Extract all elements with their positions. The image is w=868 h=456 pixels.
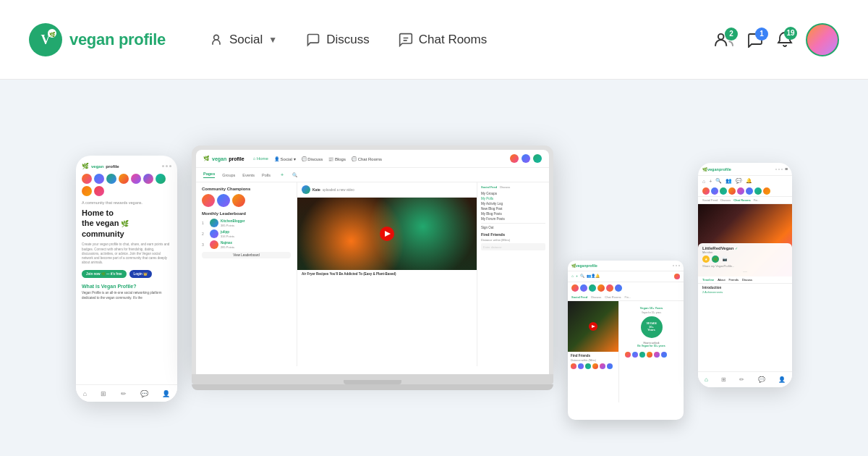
pr-av-3 xyxy=(720,187,727,195)
tablet-find-friends-title: Find Friends xyxy=(571,354,616,358)
pr-tab-social-feed[interactable]: Social Feed xyxy=(702,198,718,202)
pr-av-7 xyxy=(754,187,762,195)
pr-nav-home-icon[interactable]: ⌂ xyxy=(705,376,708,383)
laptop-menu-new-blog[interactable]: New Blog Post xyxy=(481,207,545,211)
phone-desc: Create your vegan profile to chat, share… xyxy=(82,242,171,265)
pr-bottom-tab-about[interactable]: About xyxy=(718,278,725,282)
tablet-tab-find-friends[interactable]: Fin... xyxy=(624,295,631,299)
laptop-nav-home[interactable]: ⌂ Home xyxy=(253,156,268,161)
laptop-menu-my-groups[interactable]: My Groups xyxy=(481,192,545,195)
laptop-tab-polls[interactable]: Polls xyxy=(262,173,271,177)
pr-tab-find[interactable]: Fin... xyxy=(754,198,760,202)
pr-search-icon[interactable]: 🔍 xyxy=(715,178,722,184)
laptop-nav-blogs[interactable]: 📰 Blogs xyxy=(328,156,346,161)
laptop-mini-avatar-3 xyxy=(533,154,542,163)
pr-nav-edit-icon[interactable]: ✏ xyxy=(739,376,744,383)
laptop-menu-my-polls[interactable]: My Polls xyxy=(481,197,545,200)
laptop-find-friends: Find Friends xyxy=(481,232,545,237)
phone-what-title: What is Vegan Profile? xyxy=(82,284,171,289)
phone-chat-icon[interactable]: 💬 xyxy=(140,390,148,397)
tablet-vegan-team-sub: Vegan for 10+ years xyxy=(642,311,661,314)
pr-messages-icon[interactable]: 💬 xyxy=(736,178,742,184)
tablet-screen: 🌿veganprofile ⌂ + 🔍 👥👤🔔 xyxy=(568,261,684,420)
laptop-tab-pages[interactable]: Pages xyxy=(203,172,215,178)
pr-av-4 xyxy=(728,187,736,195)
laptop-nav-chatrooms[interactable]: 💬 Chat Rooms xyxy=(352,156,382,161)
laptop-video-thumbnail[interactable] xyxy=(297,198,477,270)
laptop-profile-tab-active[interactable]: Social Feed xyxy=(481,185,497,189)
laptop-profile-tabs: Social Feed Discuss xyxy=(481,185,545,189)
laptop-menu-my-blogs[interactable]: My Blog Posts xyxy=(481,212,545,216)
phone-profile-icon[interactable]: 👤 xyxy=(162,390,170,397)
phone-grid-icon[interactable]: ⊞ xyxy=(101,390,106,397)
laptop-nav-social[interactable]: 👤 Social ▾ xyxy=(274,156,296,161)
laptop-menu-sign-out[interactable]: Sign Out xyxy=(481,226,545,229)
phone-right-intro-title: Introduction xyxy=(702,286,788,290)
tablet-search-icon[interactable]: 🔍 xyxy=(580,274,584,279)
tablet-av-5 xyxy=(606,284,613,292)
laptop-post-header: Kate uploaded a new video xyxy=(297,182,477,198)
laptop-view-leaderboard-button[interactable]: View Leaderboard xyxy=(202,252,291,258)
tablet-find-av-5 xyxy=(600,363,605,369)
friends-button[interactable]: 2 xyxy=(715,32,733,48)
nav-discuss[interactable]: Discuss xyxy=(306,33,370,47)
tablet-tab-discuss[interactable]: Discuss xyxy=(591,295,601,299)
phone-join-button[interactable]: Join now 🌿 — it's free xyxy=(82,270,127,278)
main-nav: Social ▼ Discuss Chat Rooms xyxy=(209,33,715,47)
pr-tab-discuss[interactable]: Discuss xyxy=(720,198,731,202)
header-actions: 2 1 19 xyxy=(715,23,839,56)
laptop-play-button[interactable] xyxy=(380,227,394,241)
laptop-profile-tab-discuss[interactable]: Discuss xyxy=(500,185,510,189)
phone-home-icon[interactable]: ⌂ xyxy=(83,390,87,397)
phone-right-verified-icon: ✓ xyxy=(735,246,738,250)
notifications-button[interactable]: 19 xyxy=(777,31,793,48)
pr-bell-icon[interactable]: 🔔 xyxy=(746,178,752,184)
laptop-menu-forum[interactable]: My Forum Posts xyxy=(481,217,545,221)
phone-edit-icon[interactable]: ✏ xyxy=(121,390,127,397)
phone-right-profile-card: LittleRedVegan ✓ Member ★ 🌿 📷 Share my V… xyxy=(698,243,792,276)
pr-bottom-tab-discuss[interactable]: Discuss xyxy=(742,278,752,282)
pr-bottom-tab-friends[interactable]: Friends xyxy=(729,278,739,282)
pr-friends-icon[interactable]: 👥 xyxy=(726,178,732,184)
phone-right-device: 🌿veganprofile ≡ ⌂ + 🔍 👥 💬 🔔 xyxy=(698,163,792,387)
tablet-av-1 xyxy=(571,284,579,292)
laptop-distance-input[interactable]: Enter distance xyxy=(481,243,545,250)
nav-chatrooms[interactable]: Chat Rooms xyxy=(399,33,487,47)
phone-login-button[interactable]: Login 👑 xyxy=(129,270,153,278)
tablet-video-area[interactable] xyxy=(568,301,618,352)
tablet-tab-social-feed[interactable]: Social Feed xyxy=(571,295,587,299)
phone-right-tabs-bottom: Timeline About Friends Discuss xyxy=(698,276,792,284)
nav-social[interactable]: Social ▼ xyxy=(209,33,277,47)
laptop-right-panel: Kate uploaded a new video xyxy=(297,182,477,366)
laptop-search-icon[interactable]: 🔍 xyxy=(292,172,297,177)
list-item: 2 julipp 316 Points xyxy=(202,229,291,238)
laptop-add-icon[interactable]: + xyxy=(281,172,284,177)
pr-home-icon[interactable]: ⌂ xyxy=(702,179,705,184)
tablet-home-icon[interactable]: ⌂ xyxy=(571,274,574,279)
laptop-video-title: Air Fryer Recipes You'll Be Addicted To … xyxy=(297,270,477,278)
laptop-tab-events[interactable]: Events xyxy=(242,173,255,177)
pr-av-8 xyxy=(763,187,770,195)
phone-right-menu-icon[interactable]: ≡ xyxy=(785,166,788,172)
tablet-play-triangle-icon xyxy=(592,325,595,328)
tablet-avatar-row xyxy=(568,282,684,294)
laptop-nav-discuss[interactable]: 💬 Discuss xyxy=(302,156,323,161)
laptop-tab-groups[interactable]: Groups xyxy=(222,173,235,177)
play-triangle-icon xyxy=(385,231,391,237)
phone-about-text: Vegan Profile is an all-in-one social ne… xyxy=(82,291,171,301)
pr-bottom-tab-timeline[interactable]: Timeline xyxy=(702,278,714,282)
pr-nav-profile-icon[interactable]: 👤 xyxy=(778,376,786,383)
messages-button[interactable]: 1 xyxy=(746,32,764,48)
phone-right-share-input[interactable]: Share my VeganProfile... xyxy=(702,264,788,268)
pr-nav-chat-icon[interactable]: 💬 xyxy=(758,376,765,383)
logo[interactable]: V 🌿 vegan profile xyxy=(29,23,166,56)
pr-nav-grid-icon[interactable]: ⊞ xyxy=(721,376,726,383)
pr-tab-chat-rooms[interactable]: Chat Rooms xyxy=(733,198,751,202)
tablet-add-icon[interactable]: + xyxy=(576,274,578,279)
tablet-play-button[interactable] xyxy=(589,322,597,331)
pr-add-icon[interactable]: + xyxy=(709,179,712,184)
laptop-menu-activity-log[interactable]: My Activity Log xyxy=(481,202,545,206)
user-avatar[interactable] xyxy=(806,23,839,56)
phone-right-dots xyxy=(775,169,783,170)
tablet-tab-chat-rooms[interactable]: Chat Rooms xyxy=(605,295,621,299)
